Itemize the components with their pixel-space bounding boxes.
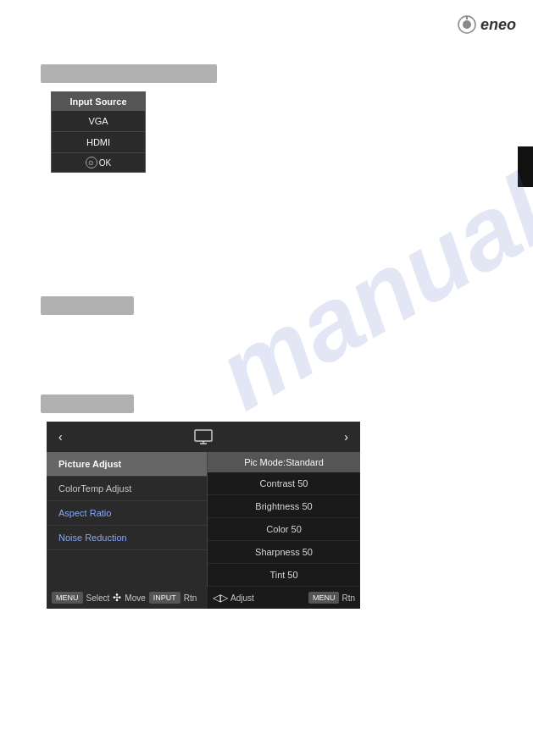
nav-monitor-icon <box>68 429 340 444</box>
nav-bar: ‹ › <box>47 422 360 452</box>
adjust-arrows-icon: ◁▷ <box>213 592 228 604</box>
adjust-label: Adjust <box>230 593 254 603</box>
eneo-logo-icon <box>458 15 476 34</box>
bottom-status-bar: MENU Select ✣ Move INPUT Rtn ◁▷ Adjust M… <box>47 587 360 609</box>
gray-bar-3 <box>41 395 134 413</box>
menu-item-aspect-ratio[interactable]: Aspect Ratio <box>47 501 207 526</box>
logo-text: eneo <box>480 16 516 34</box>
right-side-bar <box>518 146 533 187</box>
watermark: manualshlve.com <box>197 0 533 433</box>
pic-value-brightness: Brightness 50 <box>208 495 360 518</box>
svg-point-1 <box>463 20 471 29</box>
ok-circle-icon: ⊙ <box>86 157 97 168</box>
input-source-hdmi[interactable]: HDMI <box>52 132 145 153</box>
input-source-vga[interactable]: VGA <box>52 111 145 132</box>
move-arrows-icon: ✣ <box>113 592 121 604</box>
input-source-ok[interactable]: ⊙ OK <box>52 153 145 172</box>
ok-label: OK <box>99 158 111 168</box>
bottom-bar-right: ◁▷ Adjust MENU Rtn <box>208 587 360 609</box>
nav-left-arrow[interactable]: ‹ <box>53 430 68 444</box>
input-source-box: Input Source VGA HDMI ⊙ OK <box>51 91 146 173</box>
pic-value-sharpness: Sharpness 50 <box>208 541 360 564</box>
pic-value-contrast: Contrast 50 <box>208 472 360 495</box>
gray-bar-2 <box>41 296 134 315</box>
pic-value-color: Color 50 <box>208 518 360 541</box>
menu-button[interactable]: MENU <box>52 592 83 604</box>
svg-rect-3 <box>195 430 212 441</box>
menu-item-picture-adjust[interactable]: Picture Adjust <box>47 452 207 477</box>
logo-area: eneo <box>458 15 516 34</box>
return-label-2: Rtn <box>341 593 355 603</box>
gray-bar-1 <box>41 64 217 83</box>
right-panel: Pic Mode:Standard Contrast 50 Brightness… <box>208 452 360 587</box>
bottom-bar-left: MENU Select ✣ Move INPUT Rtn <box>47 587 208 609</box>
left-panel: Picture Adjust ColorTemp Adjust Aspect R… <box>47 452 208 587</box>
move-label: Move <box>125 593 145 603</box>
input-source-title: Input Source <box>52 92 145 111</box>
return-label: Rtn <box>184 593 197 603</box>
select-label: Select <box>86 593 110 603</box>
menu-button-2[interactable]: MENU <box>308 592 340 604</box>
menu-panels: Picture Adjust ColorTemp Adjust Aspect R… <box>47 452 360 587</box>
nav-right-arrow[interactable]: › <box>339 430 353 444</box>
return-section: MENU Rtn <box>308 592 355 604</box>
adjust-section: ◁▷ Adjust <box>213 592 254 604</box>
bottom-menu: ‹ › Picture Adjust ColorTemp Adjust Aspe… <box>47 422 360 609</box>
menu-item-noise-reduction[interactable]: Noise Reduction <box>47 526 207 550</box>
pic-value-tint: Tint 50 <box>208 564 360 587</box>
input-button[interactable]: INPUT <box>149 592 180 604</box>
pic-mode-bar: Pic Mode:Standard <box>208 452 360 472</box>
menu-item-colortemp-adjust[interactable]: ColorTemp Adjust <box>47 477 207 501</box>
